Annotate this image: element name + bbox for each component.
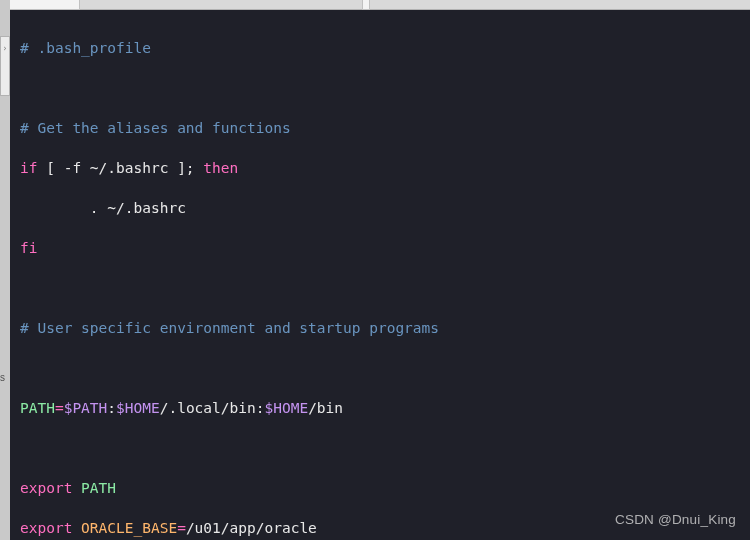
code-line <box>20 358 750 378</box>
var-name: PATH <box>20 400 55 416</box>
tab-notch <box>362 0 370 10</box>
keyword-export: export <box>20 520 72 536</box>
tab-bar <box>10 0 750 10</box>
code-line: PATH=$PATH:$HOME/.local/bin:$HOME/bin <box>20 398 750 418</box>
var-ref: $PATH <box>64 400 108 416</box>
editor-viewport[interactable]: # .bash_profile # Get the aliases and fu… <box>10 10 750 540</box>
keyword-if: if <box>20 160 37 176</box>
code-line <box>20 438 750 458</box>
var-name: PATH <box>72 480 116 496</box>
code-line: # User specific environment and startup … <box>20 318 750 338</box>
equals: = <box>177 520 186 536</box>
tab-active-stub[interactable] <box>10 0 80 10</box>
window-frame: › s # .bash_profile # Get the aliases an… <box>0 0 750 540</box>
comment: # User specific environment and startup … <box>20 320 439 336</box>
keyword-then: then <box>203 160 238 176</box>
text: /.local/bin: <box>160 400 265 416</box>
var-ref: $HOME <box>116 400 160 416</box>
code-line: if [ -f ~/.bashrc ]; then <box>20 158 750 178</box>
code-line <box>20 78 750 98</box>
code-line: . ~/.bashrc <box>20 198 750 218</box>
comment: # .bash_profile <box>20 40 151 56</box>
var-ref: $HOME <box>264 400 308 416</box>
left-gutter-widget: › <box>0 36 10 96</box>
comment: # Get the aliases and functions <box>20 120 291 136</box>
left-edge-letter: s <box>0 368 5 388</box>
text: [ -f ~/.bashrc ]; <box>37 160 203 176</box>
code-line: # Get the aliases and functions <box>20 118 750 138</box>
var-name: ORACLE_BASE <box>72 520 177 536</box>
equals: = <box>55 400 64 416</box>
watermark-text: CSDN @Dnui_King <box>615 510 736 530</box>
keyword-export: export <box>20 480 72 496</box>
text: /bin <box>308 400 343 416</box>
code-line: export PATH <box>20 478 750 498</box>
text: /u01/app/oracle <box>186 520 317 536</box>
text: : <box>107 400 116 416</box>
keyword-fi: fi <box>20 240 37 256</box>
code-line: fi <box>20 238 750 258</box>
code-line <box>20 278 750 298</box>
text: . ~/.bashrc <box>20 200 186 216</box>
code-line: # .bash_profile <box>20 38 750 58</box>
